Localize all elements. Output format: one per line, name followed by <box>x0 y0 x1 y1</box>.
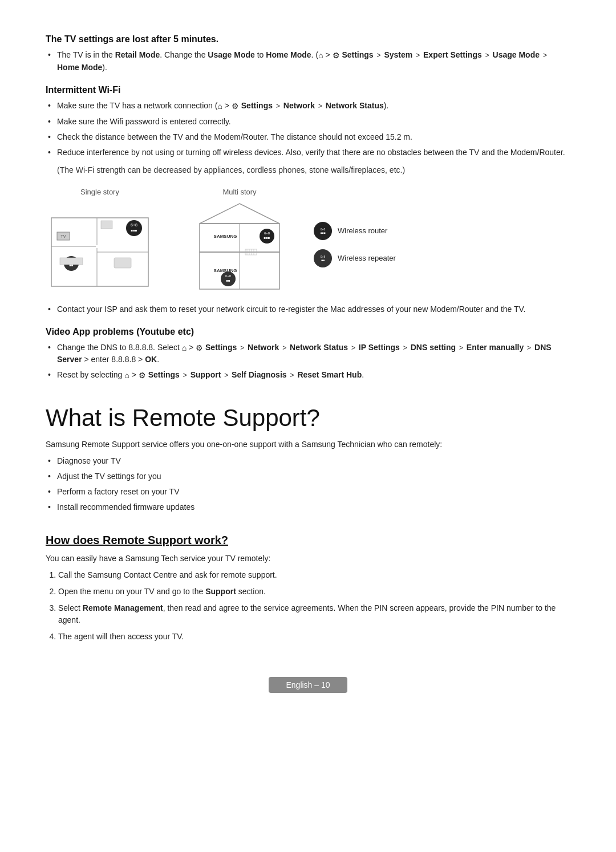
repeater-legend-item: 0+8 ■■ Wireless repeater <box>314 249 396 267</box>
wireless-router-label: Wireless router <box>338 226 387 235</box>
how-remote-support-intro: You can easily have a Samsung Tech servi… <box>46 553 570 565</box>
svg-marker-16 <box>200 204 279 224</box>
wifi-note: (The Wi-Fi strength can be decreased by … <box>57 164 570 176</box>
page-footer: English – 10 <box>46 677 570 693</box>
usage-mode-label: Usage Mode <box>208 50 254 59</box>
step-1: Call the Samsung Contact Centre and ask … <box>58 569 570 581</box>
single-story-svg: TV 6+8 ■■■ 0+8 ■■ <box>46 201 154 292</box>
svg-text:0+8: 0+8 <box>225 274 232 278</box>
svg-text:TV: TV <box>61 234 66 238</box>
video-app-section: Video App problems (Youtube etc) Change … <box>46 327 570 382</box>
network-label: Network <box>283 101 315 110</box>
dns-network-status: Network Status <box>290 343 348 352</box>
svg-text:■■: ■■ <box>226 279 230 282</box>
home-icon-3: ⌂ <box>182 343 187 352</box>
reset-smart-hub-label: Reset Smart Hub <box>297 370 362 379</box>
gear-icon-3: ⚙ <box>196 343 203 352</box>
step-4: The agent will then access your TV. <box>58 631 570 643</box>
multi-story-label: Multi story <box>222 188 256 196</box>
wifi-bullet-4: Reduce interference by not using or turn… <box>46 147 570 159</box>
remote-support-steps: Call the Samsung Contact Centre and ask … <box>46 569 570 643</box>
footer-badge: English – 10 <box>269 677 347 693</box>
remote-support-title: What is Remote Support? <box>46 404 570 432</box>
ok-label: OK <box>145 355 157 364</box>
svg-text:■■■: ■■■ <box>264 236 270 240</box>
svg-text:■■: ■■ <box>321 258 325 262</box>
how-remote-support-title: How does Remote Support work? <box>46 534 570 547</box>
tv-settings-section: The TV settings are lost after 5 minutes… <box>46 34 570 74</box>
wifi-bullets: Make sure the TV has a network connectio… <box>46 100 570 159</box>
support-step-label: Support <box>205 587 236 596</box>
svg-rect-13 <box>114 258 131 268</box>
video-app-title: Video App problems (Youtube etc) <box>46 327 570 337</box>
multi-story-diagram: Multi story SAMSUNG SAMSUNG <box>183 188 297 292</box>
wifi-bullet-3: Check the distance between the TV and th… <box>46 131 570 143</box>
gear-icon-2: ⚙ <box>232 102 239 111</box>
svg-text:SAMSUNG: SAMSUNG <box>214 234 237 239</box>
video-app-list: Change the DNS to 8.8.8.8. Select ⌂ > ⚙ … <box>46 342 570 382</box>
svg-rect-14 <box>60 258 83 265</box>
reset-settings: Settings <box>148 370 180 379</box>
network-status-label: Network Status <box>326 101 384 110</box>
svg-rect-15 <box>101 221 112 229</box>
home-mode-path-label: Home Mode <box>57 63 102 72</box>
tv-settings-item: The TV is in the Retail Mode. Change the… <box>46 49 570 74</box>
gear-icon: ⚙ <box>333 51 340 60</box>
router-legend-item: 6+8 ■■■ Wireless router <box>314 222 396 240</box>
remote-bullet-1: Diagnose your TV <box>46 455 570 467</box>
tv-settings-list: The TV is in the Retail Mode. Change the… <box>46 49 570 74</box>
remote-management-label: Remote Management <box>83 603 163 612</box>
step-3: Select Remote Management, then read and … <box>58 602 570 626</box>
gear-icon-4: ⚙ <box>139 371 146 380</box>
multi-story-svg: SAMSUNG SAMSUNG 6+8 ■■■ 0+8 ■■ <box>183 201 297 292</box>
svg-text:■■■: ■■■ <box>320 231 325 234</box>
retail-mode-label: Retail Mode <box>115 50 160 59</box>
svg-text:6+8: 6+8 <box>131 223 137 227</box>
dns-network: Network <box>248 343 279 352</box>
settings-path-1: Settings <box>342 50 373 59</box>
wifi-bullet-2: Make sure the Wifi password is entered c… <box>46 116 570 128</box>
self-diagnosis-label: Self Diagnosis <box>232 370 286 379</box>
usage-mode-path-label: Usage Mode <box>493 50 540 59</box>
home-icon: ⌂ <box>318 51 323 60</box>
single-story-label: Single story <box>80 188 119 196</box>
svg-text:■■■: ■■■ <box>131 229 137 232</box>
wireless-repeater-label: Wireless repeater <box>338 254 396 262</box>
intermittent-wifi-title: Intermittent Wi-Fi <box>46 85 570 95</box>
remote-bullet-4: Install recommended firmware updates <box>46 501 570 513</box>
remote-bullet-2: Adjust the TV settings for you <box>46 470 570 482</box>
home-mode-label: Home Mode <box>266 50 311 59</box>
enter-manually-label: Enter manually <box>467 343 524 352</box>
wifi-bullet-1: Make sure the TV has a network connectio… <box>46 100 570 112</box>
svg-text:6+8: 6+8 <box>264 232 270 235</box>
home-icon-4: ⌂ <box>124 371 129 380</box>
support-label: Support <box>191 370 221 379</box>
svg-rect-4 <box>96 245 99 248</box>
step-2: Open the menu on your TV and go to the S… <box>58 586 570 598</box>
home-icon-2: ⌂ <box>217 102 222 111</box>
router-icon: 6+8 ■■■ <box>314 222 332 240</box>
remote-bullet-3: Perform a factory reset on your TV <box>46 486 570 498</box>
dns-settings: Settings <box>205 343 237 352</box>
settings-network: Settings <box>241 101 273 110</box>
wifi-contact-item: Contact your ISP and ask them to reset y… <box>46 303 570 315</box>
single-story-diagram: Single story TV 6+8 ■■■ 0+8 <box>46 188 154 292</box>
dns-setting-label: DNS setting <box>411 343 456 352</box>
video-app-reset-item: Reset by selecting ⌂ > ⚙ Settings > Supp… <box>46 369 570 382</box>
wifi-contact-list: Contact your ISP and ask them to reset y… <box>46 303 570 315</box>
diagram-area: Single story TV 6+8 ■■■ 0+8 <box>46 188 570 292</box>
remote-support-section: What is Remote Support? Samsung Remote S… <box>46 404 570 643</box>
ip-settings-label: IP Settings <box>359 343 400 352</box>
expert-settings-label: Expert Settings <box>423 50 482 59</box>
remote-support-intro: Samsung Remote Support service offers yo… <box>46 439 570 451</box>
system-label: System <box>384 50 412 59</box>
remote-support-bullets: Diagnose your TV Adjust the TV settings … <box>46 455 570 513</box>
video-app-dns-item: Change the DNS to 8.8.8.8. Select ⌂ > ⚙ … <box>46 342 570 366</box>
repeater-icon: 0+8 ■■ <box>314 249 332 267</box>
tv-settings-title: The TV settings are lost after 5 minutes… <box>46 34 570 44</box>
diagram-legend: 6+8 ■■■ Wireless router 0+8 ■■ Wireless … <box>314 188 396 267</box>
intermittent-wifi-section: Intermittent Wi-Fi Make sure the TV has … <box>46 85 570 315</box>
